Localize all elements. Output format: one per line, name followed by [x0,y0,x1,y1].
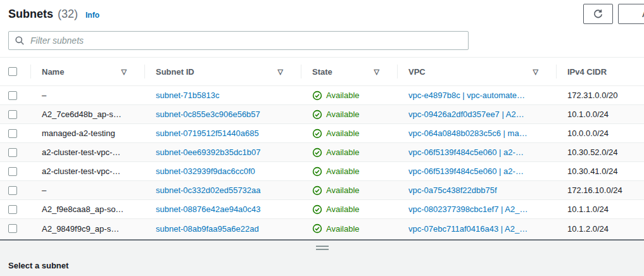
column-header-name[interactable]: Name ▽ [30,58,144,85]
ipv4-cidr: 10.1.0.0/24 [556,105,644,123]
subnet-name: A2_9849f9c9_ap-s… [30,219,144,238]
subnet-id-link[interactable]: subnet-0719512f51440a685 [156,129,259,138]
row-checkbox[interactable] [8,91,17,100]
table-row: – subnet-0c332d02ed55732aa Available vpc… [0,181,644,200]
row-checkbox[interactable] [8,205,17,214]
resource-count: (32) [58,8,78,21]
table-row: managed-a2-testing subnet-0719512f51440a… [0,124,644,143]
available-status-icon [312,147,322,158]
subnet-id-link[interactable]: subnet-71b5813c [156,91,219,100]
subnet-id-link[interactable]: subnet-0c332d02ed55732aa [156,185,261,195]
column-header-ipv4-cidr[interactable]: IPv4 CIDR [556,58,644,85]
subnet-id-link[interactable]: subnet-0c855e3c906e56b57 [156,110,260,119]
ipv4-cidr: 172.16.10.0/24 [556,181,644,199]
subnet-name: a2-cluster-test-vpc-… [30,143,144,161]
filter-bar [8,31,469,50]
available-status-icon [312,91,322,101]
refresh-button[interactable] [583,4,613,24]
row-checkbox[interactable] [8,148,17,157]
vpc-link[interactable]: vpc-07ebc711af0416a43 | A2_… [408,224,527,234]
actions-button[interactable]: Ac [618,4,644,24]
subnets-page: Subnets (32) Info Ac Name ▽ [0,0,644,276]
table-row: A2_f9e8caa8_ap-so… subnet-08876e42ae94a0… [0,200,644,219]
select-all-checkbox[interactable] [8,67,17,76]
ipv4-cidr: 10.1.1.0/24 [556,200,644,218]
page-header: Subnets (32) Info [8,8,99,21]
ipv4-cidr: 10.30.41.0/24 [556,162,644,180]
available-status-icon [312,223,322,234]
panel-resize-handle[interactable] [316,246,329,252]
row-checkbox[interactable] [8,186,17,195]
vpc-link[interactable]: vpc-06f5139f484c5e060 | a2-… [408,166,524,176]
table-row: a2-cluster-test-vpc-… subnet-0ee69392b35… [0,143,644,162]
row-checkbox[interactable] [8,129,17,138]
subnet-state: Available [301,200,397,218]
vpc-link[interactable]: vpc-0a75c438f22dbb75f [408,185,497,195]
vpc-link[interactable]: vpc-e4897b8c | vpc-automate… [408,91,525,100]
refresh-icon [593,9,603,20]
ipv4-cidr: 172.31.0.0/20 [556,86,644,104]
row-checkbox[interactable] [8,224,17,233]
sort-icon[interactable]: ▽ [533,68,538,76]
available-status-icon [312,166,322,177]
subnet-state: Available [301,219,397,238]
detail-panel: Select a subnet [0,239,644,276]
subnet-name: – [30,181,144,199]
page-title: Subnets [8,8,53,21]
row-checkbox[interactable] [8,110,17,119]
subnet-name: – [30,86,144,104]
subnet-state: Available [301,86,397,104]
table-row: a2-cluster-test-vpc-… subnet-032939f9dac… [0,162,644,181]
subnet-state: Available [301,162,397,180]
subnet-state: Available [301,181,397,199]
sort-icon[interactable]: ▽ [122,68,127,76]
subnet-id-link[interactable]: subnet-08ab9faa95a6e22ad [156,224,259,234]
info-link[interactable]: Info [85,11,99,20]
row-checkbox[interactable] [8,167,17,176]
column-header-subnet-id[interactable]: Subnet ID ▽ [144,58,301,85]
subnet-state: Available [301,143,397,161]
subnet-id-link[interactable]: subnet-0ee69392b35dc1b07 [156,147,261,157]
table-header-row: Name ▽ Subnet ID ▽ State ▽ VPC ▽ IPv4 CI… [0,57,644,86]
table-body: – subnet-71b5813c Available vpc-e4897b8c… [0,86,644,238]
available-status-icon [312,204,322,215]
vpc-link[interactable]: vpc-06f5139f484c5e060 | a2-… [408,147,524,157]
subnet-name: managed-a2-testing [30,124,144,142]
ipv4-cidr: 10.0.0.0/24 [556,124,644,142]
subnet-name: A2_7ce6d48b_ap-s… [30,105,144,123]
table-row: – subnet-71b5813c Available vpc-e4897b8c… [0,86,644,105]
subnet-state: Available [301,105,397,123]
subnet-name: a2-cluster-test-vpc-… [30,162,144,180]
available-status-icon [312,185,322,196]
column-header-vpc[interactable]: VPC ▽ [397,58,556,85]
select-subnet-prompt: Select a subnet [8,261,68,270]
vpc-link[interactable]: vpc-09426a2df0d357ee7 | A2… [408,110,524,119]
subnet-name: A2_f9e8caa8_ap-so… [30,200,144,218]
filter-subnets-input[interactable] [8,31,469,50]
subnets-table: Name ▽ Subnet ID ▽ State ▽ VPC ▽ IPv4 CI… [0,57,644,238]
available-status-icon [312,129,322,139]
ipv4-cidr: 10.1.2.0/24 [556,219,644,238]
subnet-id-link[interactable]: subnet-032939f9dac6cc0f0 [156,166,255,176]
column-header-state[interactable]: State ▽ [301,58,397,85]
vpc-link[interactable]: vpc-064a0848b0283c5c6 | ma… [408,129,527,138]
subnet-state: Available [301,124,397,142]
table-row: A2_9849f9c9_ap-s… subnet-08ab9faa95a6e22… [0,219,644,238]
subnet-id-link[interactable]: subnet-08876e42ae94a0c43 [156,204,261,214]
available-status-icon [312,110,322,120]
vpc-link[interactable]: vpc-0802377398cbc1ef7 | A2_… [408,204,527,214]
table-row: A2_7ce6d48b_ap-s… subnet-0c855e3c906e56b… [0,105,644,124]
sort-icon[interactable]: ▽ [374,68,379,76]
ipv4-cidr: 10.30.52.0/24 [556,143,644,161]
sort-icon[interactable]: ▽ [278,68,283,76]
